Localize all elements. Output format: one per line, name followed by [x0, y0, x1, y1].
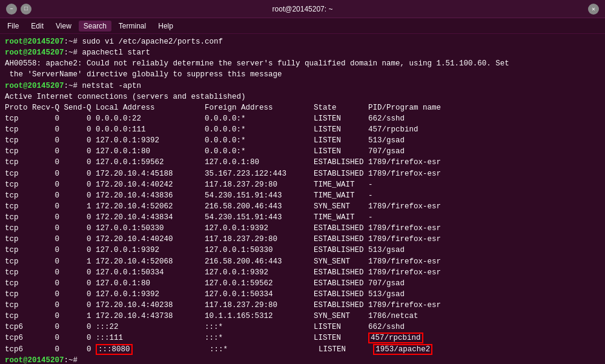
row-ff-59562: tcp 0 0 127.0.0.1:59562 127.0.0.1:80 EST…: [5, 157, 600, 168]
line-3: AH00558: apache2: Could not reliably det…: [5, 58, 600, 69]
row-syn-52068: tcp 0 1 172.20.10.4:52068 216.58.200.46:…: [5, 256, 600, 267]
minimize-button[interactable]: –: [6, 4, 17, 15]
row-ff-40240: tcp 0 0 172.20.10.4:40240 117.18.237.29:…: [5, 234, 600, 245]
row-tw-43836: tcp 0 0 172.20.10.4:43836 54.230.151.91:…: [5, 190, 600, 201]
row-gsad-50330: tcp 0 0 127.0.0.1:9392 127.0.0.1:50330 E…: [5, 245, 600, 256]
row-ff-40238: tcp 0 0 172.20.10.4:40238 117.18.237.29:…: [5, 300, 600, 311]
row-ff-45188: tcp 0 0 172.20.10.4:45188 35.167.223.122…: [5, 168, 600, 179]
menu-file[interactable]: File: [2, 21, 24, 31]
menu-edit[interactable]: Edit: [26, 21, 48, 31]
line-2: root@20145207:~# apachectl start: [5, 47, 600, 58]
menubar: File Edit View Search Terminal Help: [0, 18, 605, 34]
row-tw-43834: tcp 0 0 172.20.10.4:43834 54.230.151.91:…: [5, 212, 600, 223]
line-header: Proto Recv-Q Send-Q Local Address Foreig…: [5, 102, 600, 113]
row-ff-50334: tcp 0 0 127.0.0.1:50334 127.0.0.1:9392 E…: [5, 267, 600, 278]
titlebar: – □ root@20145207: ~ ✕: [0, 0, 605, 18]
row-tcp6-111: tcp6 0 0 :::111 :::* LISTEN 457/rpcbind: [5, 333, 600, 343]
row-gsad-80: tcp 0 0 127.0.0.1:80 0.0.0.0:* LISTEN 70…: [5, 146, 600, 157]
row-syn-52062: tcp 0 1 172.20.10.4:52062 216.58.200.46:…: [5, 201, 600, 212]
row-tcp6-8080: tcp6 0 0 :::8080 :::* LISTEN 1953/apache…: [5, 344, 600, 355]
row-gsad-80-2: tcp 0 0 127.0.0.1:80 127.0.0.1:59562 EST…: [5, 278, 600, 289]
final-prompt: root@20145207:~#: [5, 355, 600, 364]
row-tw-40242: tcp 0 0 172.20.10.4:40242 117.18.237.29:…: [5, 179, 600, 190]
line-5: root@20145207:~# netstat -aptn: [5, 81, 600, 91]
row-gsad-9392: tcp 0 0 127.0.0.1:9392 0.0.0.0:* LISTEN …: [5, 135, 600, 146]
menu-search[interactable]: Search: [79, 21, 111, 31]
row-tcp6-22: tcp6 0 0 :::22 :::* LISTEN 662/sshd: [5, 322, 600, 333]
menu-view[interactable]: View: [51, 21, 76, 31]
terminal-content: root@20145207:~# sudo vi /etc/apache2/po…: [0, 34, 605, 364]
line-4: the 'ServerName' directive globally to s…: [5, 69, 600, 80]
row-ssh: tcp 0 0 0.0.0.0:22 0.0.0.0:* LISTEN 662/…: [5, 113, 600, 124]
line-1: root@20145207:~# sudo vi /etc/apache2/po…: [5, 36, 600, 47]
row-netcat: tcp 0 1 172.20.10.4:43738 10.1.1.165:531…: [5, 311, 600, 322]
window-title: root@20145207: ~: [42, 5, 563, 13]
row-rpcbind: tcp 0 0 0.0.0.0:111 0.0.0.0:* LISTEN 457…: [5, 124, 600, 135]
row-ff-50330: tcp 0 0 127.0.0.1:50330 127.0.0.1:9392 E…: [5, 223, 600, 234]
line-6: Active Internet connections (servers and…: [5, 91, 600, 102]
menu-help[interactable]: Help: [153, 21, 178, 31]
menu-terminal[interactable]: Terminal: [114, 21, 151, 31]
row-gsad-50334: tcp 0 0 127.0.0.1:9392 127.0.0.1:50334 E…: [5, 289, 600, 300]
maximize-button[interactable]: □: [21, 4, 31, 15]
close-button[interactable]: ✕: [588, 4, 599, 15]
